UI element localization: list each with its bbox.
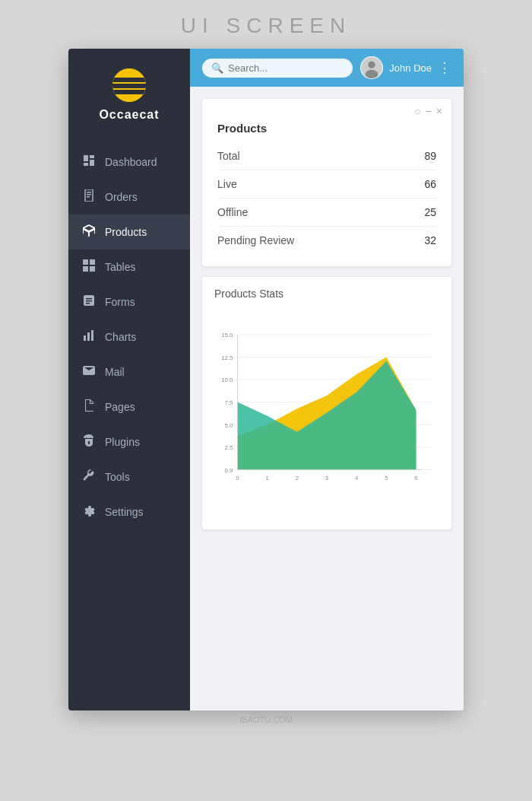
stat-row: Offline 25 (217, 199, 436, 227)
main-content: 🔍 John Doe ⋮ ○ (190, 49, 464, 710)
sidebar-item-label: Pages (105, 401, 135, 413)
sidebar-item-label: Charts (105, 331, 136, 343)
svg-rect-13 (83, 259, 88, 265)
sidebar-item-label: Dashboard (105, 156, 157, 168)
sidebar-item-charts[interactable]: Charts (68, 319, 190, 354)
stat-label: Total (217, 150, 240, 162)
sidebar: Occaecat Dashboard Orders Products Table… (68, 49, 190, 710)
logo-icon (111, 67, 147, 103)
search-icon: 🔍 (211, 62, 223, 74)
svg-rect-8 (111, 90, 147, 94)
svg-text:2: 2 (296, 475, 299, 482)
sidebar-item-pages[interactable]: Pages (68, 389, 190, 424)
chart-container: 15.0 12.5 10.0 7.5 5.0 2.5 0.9 (214, 309, 439, 522)
tables-icon (82, 259, 96, 275)
svg-text:6: 6 (414, 475, 418, 482)
svg-rect-18 (87, 332, 90, 341)
sidebar-item-forms[interactable]: Forms (68, 284, 190, 319)
logo-text: Occaecat (99, 108, 159, 122)
stat-value: 25 (424, 206, 436, 218)
svg-rect-17 (84, 335, 86, 341)
sidebar-item-settings[interactable]: Settings (68, 494, 190, 529)
avatar (360, 56, 383, 79)
sidebar-item-tools[interactable]: Tools (68, 459, 190, 494)
card-title: Products (217, 122, 436, 135)
stat-label: Offline (217, 206, 248, 218)
svg-text:5: 5 (385, 475, 388, 482)
svg-text:10.0: 10.0 (221, 377, 233, 383)
chart-svg: 15.0 12.5 10.0 7.5 5.0 2.5 0.9 (214, 309, 439, 522)
sidebar-item-label: Mail (105, 366, 125, 378)
minimize-icon[interactable]: − (426, 105, 432, 117)
search-input[interactable] (228, 62, 344, 74)
svg-text:15.0: 15.0 (221, 332, 233, 339)
forms-icon (82, 294, 96, 310)
charts-icon (82, 329, 96, 345)
app-shell: Occaecat Dashboard Orders Products Table… (68, 49, 464, 710)
sidebar-item-dashboard[interactable]: Dashboard (68, 145, 190, 180)
svg-rect-16 (90, 266, 95, 272)
circle-icon[interactable]: ○ (414, 105, 420, 117)
mail-icon (82, 364, 96, 380)
svg-text:0: 0 (236, 475, 239, 482)
logo-area: Occaecat (68, 49, 190, 137)
svg-point-22 (366, 70, 378, 78)
user-name: John Doe (389, 62, 432, 74)
sidebar-item-plugins[interactable]: Plugins (68, 424, 190, 459)
stat-row: Total 89 (217, 142, 436, 170)
svg-rect-11 (87, 194, 91, 195)
sidebar-item-mail[interactable]: Mail (68, 354, 190, 389)
stat-value: 32 (424, 234, 436, 246)
svg-rect-9 (85, 189, 93, 202)
user-area: John Doe ⋮ (360, 56, 451, 79)
teal-area (237, 361, 416, 470)
svg-rect-19 (91, 330, 93, 341)
svg-text:5.0: 5.0 (224, 422, 233, 429)
more-options-icon[interactable]: ⋮ (438, 59, 451, 76)
stat-label: Live (217, 178, 237, 190)
stat-row: Pending Review 32 (217, 227, 436, 254)
svg-rect-7 (111, 84, 147, 88)
stat-row: Live 66 (217, 170, 436, 199)
chart-section: Products Stats 15.0 12.5 10.0 7.5 5.0 2.… (202, 277, 451, 529)
sidebar-item-label: Products (105, 226, 147, 238)
card-header: ○ − × (202, 99, 451, 119)
svg-text:3: 3 (325, 475, 329, 482)
svg-text:0.9: 0.9 (224, 467, 233, 474)
stat-rows: Total 89 Live 66 Offline 25 Pending Revi… (217, 142, 436, 254)
svg-rect-15 (83, 266, 88, 272)
sidebar-item-label: Tools (105, 471, 130, 483)
sidebar-item-products[interactable]: Products (68, 215, 190, 250)
sidebar-item-label: Orders (105, 191, 138, 203)
sidebar-item-label: Plugins (105, 436, 140, 448)
svg-text:12.5: 12.5 (221, 354, 233, 361)
sidebar-item-orders[interactable]: Orders (68, 180, 190, 215)
close-icon[interactable]: × (436, 105, 442, 117)
svg-point-21 (369, 62, 375, 68)
sidebar-item-label: Tables (105, 261, 135, 273)
dashboard-icon (82, 154, 96, 170)
stat-value: 89 (424, 150, 436, 162)
plugins-icon (82, 434, 96, 450)
svg-rect-10 (87, 192, 91, 193)
sidebar-item-tables[interactable]: Tables (68, 250, 190, 284)
tools-icon (82, 469, 96, 485)
svg-rect-6 (111, 78, 147, 82)
settings-icon (82, 504, 96, 520)
avatar-icon (361, 57, 382, 78)
stat-label: Pending Review (217, 234, 294, 246)
card-body: Products Total 89 Live 66 Offline 25 Pen… (202, 119, 451, 266)
orders-icon (82, 189, 96, 205)
sidebar-item-label: Forms (105, 296, 135, 308)
svg-text:7.5: 7.5 (224, 399, 233, 406)
svg-text:2.5: 2.5 (224, 444, 233, 451)
svg-rect-14 (90, 259, 95, 265)
sidebar-item-label: Settings (105, 506, 144, 518)
nav-list: Dashboard Orders Products Tables Forms C… (68, 145, 190, 529)
stat-value: 66 (424, 178, 436, 190)
footer-note: IBAOTU.COM (239, 715, 293, 730)
chart-title: Products Stats (214, 288, 439, 300)
products-card: ○ − × Products Total 89 Live 66 Offline … (202, 99, 451, 266)
topbar: 🔍 John Doe ⋮ (190, 49, 464, 87)
search-box[interactable]: 🔍 (202, 59, 353, 78)
